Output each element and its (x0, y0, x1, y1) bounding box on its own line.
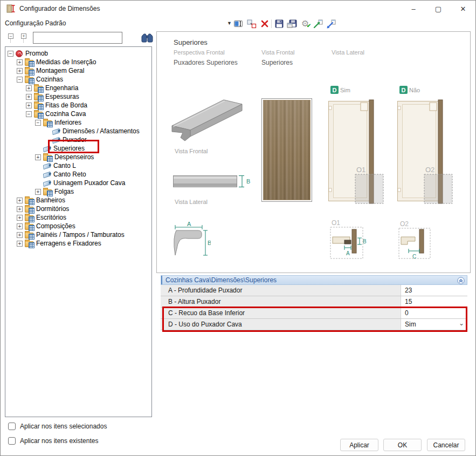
tree-toggle-plus-icon[interactable]: + (17, 68, 23, 74)
checkbox-aplicar-existentes[interactable]: Aplicar nos itens existentes (8, 437, 98, 445)
tree-item-cozinhas[interactable]: −Cozinhas (5, 75, 151, 84)
tree-item-label: Cozinha Cava (45, 110, 86, 118)
configuration-selector[interactable]: Configuração Padrão (5, 19, 66, 27)
tree-item-label: Dormitórios (36, 205, 69, 213)
collapse-all-icon[interactable]: − (7, 33, 18, 43)
tree-item-espessuras[interactable]: +Espessuras (5, 92, 151, 101)
tree-item-escritorios[interactable]: +Escritórios (5, 213, 151, 222)
tree-toggle-plus-icon[interactable]: + (35, 154, 41, 160)
tag-icon (43, 171, 51, 178)
tree-item-banheiros[interactable]: +Banheiros (5, 196, 151, 205)
tree-item-dimensoes-afastamentos[interactable]: Dimensões / Afastamentos (5, 127, 151, 135)
tree-toggle-minus-icon[interactable]: − (26, 111, 32, 117)
column-subtitle-perspective: Perspectiva Frontal (174, 49, 225, 56)
ok-button[interactable]: OK (383, 439, 422, 451)
tree-item-label: Cozinhas (36, 76, 63, 83)
property-value-field[interactable]: 15 (401, 296, 467, 307)
tree-toggle-plus-icon[interactable]: + (17, 232, 23, 238)
expand-all-icon[interactable]: + (20, 33, 31, 43)
tree-item-label: Promob (25, 50, 48, 57)
tree-item-label: Canto L (53, 162, 76, 169)
minimize-button[interactable]: – (401, 1, 426, 17)
tree-item-fitas-de-borda[interactable]: +Fitas de Borda (5, 101, 151, 110)
tree-toggle-plus-icon[interactable]: + (26, 103, 32, 108)
tree-item-label: Medidas de Inserção (36, 58, 96, 66)
tree-item-promob[interactable]: −Promob (5, 49, 151, 58)
tree-item-despenseiros[interactable]: +Despenseiros (5, 153, 151, 161)
tree-toggle-minus-icon[interactable]: − (35, 120, 41, 126)
property-row-d-uso-do-puxador-cava: D - Uso do Puxador CavaSim⌄ (161, 319, 467, 330)
save-copy-icon[interactable] (287, 18, 298, 29)
window-controls: – ▢ ✕ (401, 1, 475, 17)
tree-item-label: Despenseiros (54, 153, 94, 161)
property-value-dropdown[interactable]: Sim⌄ (401, 319, 467, 330)
property-value-field[interactable]: 23 (401, 285, 467, 296)
tree-item-medidas-de-insercao[interactable]: +Medidas de Inserção (5, 58, 151, 66)
search-binoculars-icon[interactable] (141, 32, 154, 43)
import-arrow-icon[interactable] (326, 18, 336, 29)
export-arrow-icon[interactable] (313, 18, 323, 29)
folder-icon (25, 215, 33, 221)
preview-title: Superiores (174, 38, 208, 46)
tree-item-superiores[interactable]: Superiores (5, 144, 151, 153)
property-value-text: 23 (405, 287, 412, 294)
search-input[interactable] (33, 32, 122, 44)
tree-item-usinagem-puxador-cava[interactable]: Usinagem Puxador Cava (5, 179, 151, 187)
tree-toggle-spacer (35, 172, 41, 178)
tree-toggle-plus-icon[interactable]: + (17, 59, 23, 65)
tree-item-folgas[interactable]: +Folgas (5, 187, 151, 196)
maximize-button[interactable]: ▢ (426, 1, 451, 17)
save-icon[interactable] (274, 18, 285, 29)
column-subtitle-front: Vista Frontal (261, 49, 295, 56)
tree-toggle-plus-icon[interactable]: + (17, 198, 23, 203)
tree-toggle-plus-icon[interactable]: + (17, 241, 23, 247)
tree-toggle-spacer (35, 180, 41, 186)
tree-toggle-plus-icon[interactable]: + (17, 223, 23, 229)
tree-item-label: Fitas de Borda (45, 101, 87, 109)
close-button[interactable]: ✕ (451, 1, 475, 17)
svg-text:O1: O1 (332, 220, 340, 227)
tree-item-montagem-geral[interactable]: +Montagem Geral (5, 66, 151, 75)
door-dimension-icon (6, 4, 16, 13)
tree-item-puxador[interactable]: Puxador (5, 135, 151, 144)
tree-toggle-minus-icon[interactable]: − (8, 51, 13, 57)
tree-toggle-plus-icon[interactable]: + (17, 206, 23, 212)
tree-item-paineis-tampos-tamburatos[interactable]: +Painéis / Tampos / Tamburatos (5, 230, 151, 239)
tree-item-label: Inferiores (54, 119, 81, 126)
folder-icon (34, 94, 43, 100)
tree-toggle-spacer (35, 163, 41, 169)
cancelar-button[interactable]: Cancelar (427, 439, 465, 451)
tree-item-canto-reto[interactable]: Canto Reto (5, 170, 151, 179)
apply-gear-check-icon[interactable]: ⚙✔ (300, 18, 311, 29)
tree-item-label: Dimensões / Afastamentos (63, 127, 140, 135)
duplicate-configuration-icon[interactable] (246, 18, 257, 29)
property-value-text: 0 (405, 309, 409, 317)
tree-item-inferiores[interactable]: −Inferiores (5, 118, 151, 127)
tree-toggle-plus-icon[interactable]: + (26, 94, 32, 100)
property-value-field[interactable]: 0 (401, 308, 467, 318)
tree-item-label: Folgas (54, 188, 74, 195)
chevron-down-icon: ⌄ (459, 319, 464, 327)
tree-item-canto-l[interactable]: Canto L (5, 161, 151, 170)
tree-item-composicoes[interactable]: +Composições (5, 222, 151, 230)
tree-item-dormitorios[interactable]: +Dormitórios (5, 205, 151, 213)
rename-configuration-icon[interactable] (233, 18, 244, 29)
tree-item-label: Superiores (53, 145, 85, 152)
tree-item-label: Puxador (63, 136, 87, 144)
checkbox-icon[interactable] (8, 423, 16, 430)
checkbox-icon[interactable] (8, 437, 16, 445)
d-badge-icon: D (399, 86, 408, 94)
configurador-dimensoes-dialog: Configurador de Dimensões – ▢ ✕ Configur… (0, 0, 476, 456)
tree-toggle-plus-icon[interactable]: + (26, 85, 32, 91)
aplicar-button[interactable]: Aplicar (340, 439, 378, 451)
tree-item-ferragens-e-fixadores[interactable]: +Ferragens e Fixadores (5, 239, 151, 248)
chevron-down-icon[interactable]: ▼ (227, 21, 232, 26)
checkbox-aplicar-selecionados[interactable]: Aplicar nos itens selecionados (8, 423, 107, 430)
tree-toggle-plus-icon[interactable]: + (17, 215, 23, 221)
tree-item-cozinha-cava[interactable]: −Cozinha Cava (5, 110, 151, 118)
delete-configuration-icon[interactable] (259, 18, 270, 29)
tree-toggle-plus-icon[interactable]: + (35, 189, 41, 195)
collapse-section-button[interactable] (457, 277, 465, 284)
tree-toggle-minus-icon[interactable]: − (17, 77, 23, 83)
tree-item-engenharia[interactable]: +Engenharia (5, 84, 151, 92)
